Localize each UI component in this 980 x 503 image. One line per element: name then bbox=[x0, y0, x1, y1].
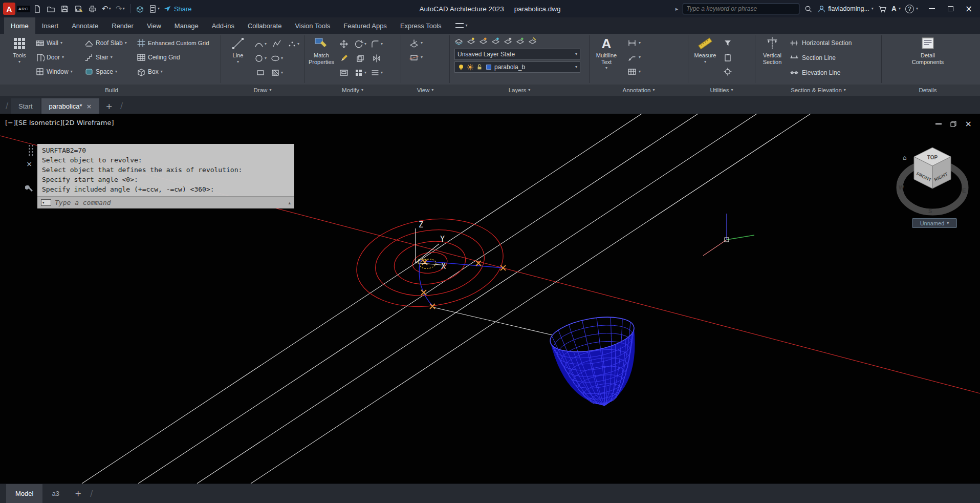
close-tab-icon[interactable]: × bbox=[86, 102, 92, 110]
layer-isolate-icon[interactable] bbox=[479, 37, 488, 46]
point-button[interactable]: ▾ bbox=[285, 37, 301, 51]
hatch-button[interactable]: ▾ bbox=[269, 66, 285, 80]
id-point-button[interactable] bbox=[722, 66, 734, 77]
line-button[interactable]: Line ▾ bbox=[224, 34, 252, 64]
copy-button[interactable] bbox=[352, 51, 368, 66]
tab-view[interactable]: View bbox=[140, 17, 168, 34]
command-drag-handle[interactable] bbox=[29, 145, 30, 146]
tab-manage[interactable]: Manage bbox=[168, 17, 205, 34]
erase-button[interactable] bbox=[336, 51, 352, 66]
panel-label-section-elevation[interactable]: Section & Elevation▾ bbox=[758, 85, 879, 96]
match-properties-button[interactable]: Match Properties bbox=[307, 34, 336, 65]
section-line-button[interactable]: Section Line bbox=[790, 52, 852, 64]
command-close-icon[interactable]: × bbox=[26, 160, 32, 168]
door-button[interactable]: Door ▾ bbox=[34, 52, 83, 63]
model-tab[interactable]: Model bbox=[6, 484, 42, 503]
named-view-button[interactable]: Unnamed ▾ bbox=[912, 218, 957, 228]
command-input[interactable]: ▾ Type a command ▴ bbox=[37, 196, 294, 208]
tab-collaborate[interactable]: Collaborate bbox=[241, 17, 289, 34]
enhanced-custom-grid-button[interactable]: Enhanced Custom Grid bbox=[135, 37, 215, 49]
tab-annotate[interactable]: Annotate bbox=[65, 17, 105, 34]
array-button[interactable]: ▾ bbox=[352, 66, 368, 80]
window-minimize-button[interactable] bbox=[923, 0, 941, 17]
workspace-button[interactable] bbox=[134, 2, 147, 15]
open-file-button[interactable] bbox=[45, 2, 58, 15]
viewcube-home-icon[interactable]: ⌂ bbox=[903, 154, 907, 161]
drawing-canvas[interactable]: Z Y X [−][SE Isometric][2D Wireframe] × … bbox=[0, 114, 980, 484]
chevron-right-icon[interactable]: ▸ bbox=[676, 6, 679, 12]
rectangle-button[interactable] bbox=[252, 66, 269, 80]
layer-state-combo[interactable]: Unsaved Layer State ▾ bbox=[454, 49, 580, 60]
search-input[interactable] bbox=[686, 5, 796, 12]
command-expand-icon[interactable]: ▴ bbox=[288, 200, 291, 205]
multiline-text-button[interactable]: A Multiline Text ▾ bbox=[592, 34, 621, 70]
layer-match-icon[interactable] bbox=[528, 37, 537, 46]
space-button[interactable]: Space ▾ bbox=[83, 66, 135, 77]
stair-button[interactable]: Stair ▾ bbox=[83, 52, 135, 63]
mirror-button[interactable] bbox=[368, 51, 385, 66]
leader-button[interactable]: ▾ bbox=[626, 52, 677, 63]
compass-west[interactable]: W bbox=[899, 184, 904, 191]
panel-label-utilities[interactable]: Utilities▾ bbox=[691, 85, 752, 96]
offset-button[interactable] bbox=[336, 66, 352, 80]
panel-label-view[interactable]: View▾ bbox=[404, 85, 447, 96]
tab-render[interactable]: Render bbox=[105, 17, 140, 34]
current-layer-combo[interactable]: parabola_b ▾ bbox=[454, 61, 580, 73]
box-button[interactable]: Box ▾ bbox=[135, 66, 215, 77]
new-tab-button[interactable]: + bbox=[100, 98, 117, 114]
redo-button[interactable]: ↷ ▾ bbox=[114, 2, 127, 15]
viewcube[interactable]: ⌂ TOP FRONT RIGHT W S E bbox=[896, 136, 972, 223]
measure-button[interactable]: Measure ▾ bbox=[691, 34, 720, 64]
tab-addins[interactable]: Add-ins bbox=[205, 17, 241, 34]
window-maximize-button[interactable] bbox=[941, 0, 960, 17]
cart-icon[interactable] bbox=[878, 5, 887, 13]
layer-make-current-icon[interactable] bbox=[516, 37, 525, 46]
viewport-restore-icon[interactable] bbox=[950, 121, 956, 127]
command-prompt-icon[interactable]: ▾ bbox=[41, 199, 51, 206]
tab-featured-apps[interactable]: Featured Apps bbox=[337, 17, 394, 34]
clip-button[interactable]: ▾ bbox=[408, 52, 445, 63]
polyline-button[interactable] bbox=[269, 37, 285, 51]
ellipse-button[interactable]: ▾ bbox=[269, 51, 285, 66]
rotate-button[interactable]: ▾ bbox=[352, 37, 368, 51]
layer-off-icon[interactable] bbox=[467, 37, 475, 46]
viewport-close-icon[interactable]: × bbox=[965, 119, 972, 129]
layer-freeze-icon[interactable] bbox=[491, 37, 500, 46]
new-file-button[interactable] bbox=[31, 2, 44, 15]
wall-button[interactable]: Wall ▾ bbox=[34, 37, 83, 49]
tab-vision-tools[interactable]: Vision Tools bbox=[288, 17, 337, 34]
file-tab-start[interactable]: Start bbox=[11, 98, 40, 114]
roof-slab-button[interactable]: Roof Slab ▾ bbox=[83, 37, 135, 49]
new-layout-button[interactable]: + bbox=[69, 489, 88, 498]
search-icon[interactable] bbox=[804, 5, 813, 13]
tools-button[interactable]: Tools ▾ bbox=[5, 34, 34, 64]
tab-home[interactable]: Home bbox=[4, 17, 35, 34]
search-box[interactable] bbox=[683, 4, 799, 14]
autodesk-access-button[interactable]: A ▾ bbox=[891, 5, 901, 13]
undo-button[interactable]: ↶ ▾ bbox=[100, 2, 113, 15]
command-settings-wrench-icon[interactable] bbox=[25, 184, 33, 193]
revolved-mesh-paraboloid[interactable] bbox=[548, 311, 646, 413]
panel-label-layers[interactable]: Layers▾ bbox=[452, 85, 586, 96]
panel-label-annotation[interactable]: Annotation▾ bbox=[592, 85, 685, 96]
layer-lock-icon[interactable] bbox=[504, 37, 512, 46]
viewcube-label-top[interactable]: TOP bbox=[927, 155, 938, 160]
ucs-button[interactable]: ▾ bbox=[408, 37, 445, 49]
layout-tab-a3[interactable]: a3 bbox=[42, 484, 68, 503]
file-tab-document[interactable]: parabolica* × bbox=[41, 98, 100, 114]
elevation-line-button[interactable]: Elevation Line bbox=[790, 67, 852, 79]
modify-more-button[interactable]: ▾ bbox=[368, 66, 385, 80]
panel-label-modify[interactable]: Modify▾ bbox=[307, 85, 398, 96]
fillet-button[interactable]: ▾ bbox=[368, 37, 385, 51]
compass-east[interactable]: E bbox=[962, 187, 966, 194]
circle-button[interactable]: ▾ bbox=[252, 51, 269, 66]
quick-select-button[interactable] bbox=[722, 37, 734, 49]
panel-label-draw[interactable]: Draw▾ bbox=[224, 85, 301, 96]
table-button[interactable]: ▾ bbox=[626, 66, 677, 77]
detail-components-button[interactable]: Detail Components bbox=[907, 34, 948, 65]
arc-button[interactable]: ▾ bbox=[252, 37, 269, 51]
save-button[interactable] bbox=[58, 2, 72, 15]
paste-button[interactable] bbox=[722, 52, 734, 63]
compass-south[interactable]: S bbox=[928, 208, 932, 214]
move-button[interactable] bbox=[336, 37, 352, 51]
